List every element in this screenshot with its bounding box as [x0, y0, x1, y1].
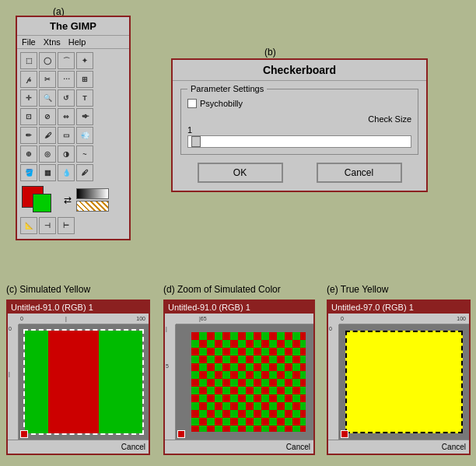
- tool-text[interactable]: T: [76, 89, 93, 107]
- tool-bucket[interactable]: 🪣: [20, 164, 37, 181]
- gimp-tools: ⬚ ◯ ⌒ ✦ 𝓅 ✂ ⋯ ⊞ ✛ 🔍 ↺ T ⊡ ⊘ ⇔ ⬲ ✏ 🖌: [17, 49, 129, 239]
- tool-magic-wand[interactable]: ✦: [76, 52, 93, 69]
- tool-rotate[interactable]: ↺: [58, 89, 75, 107]
- cancel-button[interactable]: Cancel: [317, 163, 402, 183]
- tool-flip[interactable]: ⇔: [58, 108, 75, 125]
- label-c: (c) Simulated Yellow: [6, 284, 90, 295]
- tool-airbrush[interactable]: 💨: [76, 127, 93, 144]
- selection-marquee: [23, 329, 144, 435]
- tool-fuzzy[interactable]: ⋯: [58, 71, 75, 88]
- tool-clone[interactable]: ⊕: [20, 145, 37, 163]
- params-legend: Parameter Settings: [187, 84, 267, 93]
- tool-magnify[interactable]: 🔍: [39, 89, 56, 107]
- tool-extra[interactable]: ⊢: [58, 217, 75, 234]
- tool-eraser[interactable]: ▭: [58, 127, 75, 144]
- fg-bg-swatches[interactable]: [22, 186, 59, 214]
- true-yellow-cancel[interactable]: Cancel: [442, 443, 466, 451]
- sim-yellow-cancel[interactable]: Cancel: [121, 443, 145, 451]
- check-size-slider[interactable]: [187, 135, 411, 148]
- zoom-statusbar: Cancel: [165, 440, 313, 454]
- tool-bezier[interactable]: 𝓅: [20, 71, 37, 88]
- gimp-toolbox: The GIMP File Xtns Help ⬚ ◯ ⌒ ✦ 𝓅 ✂ ⋯ ⊞ …: [16, 16, 131, 240]
- checkerboard-title: Checkerboard: [173, 60, 426, 81]
- tool-pencil[interactable]: ✏: [20, 127, 37, 144]
- gimp-menubar: File Xtns Help: [17, 36, 129, 49]
- slider-thumb[interactable]: [191, 136, 201, 147]
- tool-lasso[interactable]: ⌒: [58, 52, 75, 69]
- checkerboard-dialog: Checkerboard Parameter Settings Psychobi…: [171, 58, 428, 192]
- params-group: Parameter Settings Psychobilly Check Siz…: [180, 89, 418, 155]
- true-yellow-canvas: [339, 324, 469, 440]
- menu-file[interactable]: File: [22, 37, 36, 47]
- tool-align2[interactable]: ⊣: [39, 217, 56, 234]
- psychobilly-checkbox[interactable]: [187, 99, 197, 108]
- sim-yellow-statusbar: Cancel: [8, 440, 149, 454]
- sim-yellow-window: Untitled-91.0 (RGB) 1 0 | 100 0 | Cancel: [6, 300, 150, 455]
- menu-xtns[interactable]: Xtns: [44, 37, 61, 47]
- slider-value: 1: [187, 125, 411, 135]
- check-size-label: Check Size: [187, 114, 411, 124]
- gradient-preview[interactable]: [76, 188, 109, 199]
- psychobilly-label: Psychobilly: [200, 99, 243, 108]
- tool-scissors[interactable]: ✂: [39, 71, 56, 88]
- svg-rect-4: [191, 332, 306, 432]
- label-b: (b): [264, 47, 276, 58]
- true-yellow-statusbar: Cancel: [328, 440, 469, 454]
- tool-path[interactable]: ⬲: [76, 108, 93, 125]
- true-yellow-titlebar: Untitled-97.0 (RGB) 1: [328, 301, 469, 314]
- tool-ink[interactable]: 🖋: [76, 164, 93, 181]
- swap-colors-icon[interactable]: ⇄: [64, 194, 72, 205]
- tool-measure[interactable]: 📐: [20, 217, 37, 234]
- label-e: (e) True Yellow: [327, 284, 388, 295]
- tool-move[interactable]: ✛: [20, 89, 37, 107]
- zoom-window: Untitled-91.0 (RGB) 1 |65 | 5: [163, 300, 315, 455]
- tool-by-color[interactable]: ⊞: [76, 71, 93, 88]
- true-yellow-selection: [345, 331, 463, 433]
- zoom-corner-icon: [177, 430, 185, 438]
- zoom-titlebar: Untitled-91.0 (RGB) 1: [165, 301, 313, 314]
- tool-crop[interactable]: ⊡: [20, 108, 37, 125]
- tool-dodge[interactable]: ◑: [58, 145, 75, 163]
- tool-paintbrush[interactable]: 🖌: [39, 127, 56, 144]
- menu-help[interactable]: Help: [68, 37, 86, 47]
- pattern-preview[interactable]: [76, 201, 109, 212]
- tool-rect-select[interactable]: ⬚: [20, 52, 37, 69]
- label-d: (d) Zoom of Simulated Color: [163, 284, 281, 295]
- true-yellow-corner-icon: [341, 430, 348, 438]
- tool-blur[interactable]: ◎: [39, 145, 56, 163]
- tool-ellipse-select[interactable]: ◯: [39, 52, 56, 69]
- corner-icon: [20, 430, 28, 438]
- zoom-cancel[interactable]: Cancel: [286, 443, 310, 451]
- sim-yellow-canvas: [19, 324, 149, 440]
- tool-smudge[interactable]: ~: [76, 145, 93, 163]
- tool-color-picker[interactable]: 💧: [58, 164, 75, 181]
- gimp-title: The GIMP: [17, 17, 129, 36]
- sim-yellow-titlebar: Untitled-91.0 (RGB) 1: [8, 301, 149, 314]
- true-yellow-window: Untitled-97.0 (RGB) 1 0 100 0 Cancel: [327, 300, 471, 455]
- ok-button[interactable]: OK: [198, 163, 283, 183]
- checker-pattern: [191, 332, 306, 432]
- tool-gradient[interactable]: ▦: [39, 164, 56, 181]
- bg-color-swatch[interactable]: [33, 194, 51, 212]
- tool-transform[interactable]: ⊘: [39, 108, 56, 125]
- zoom-canvas: [176, 324, 313, 440]
